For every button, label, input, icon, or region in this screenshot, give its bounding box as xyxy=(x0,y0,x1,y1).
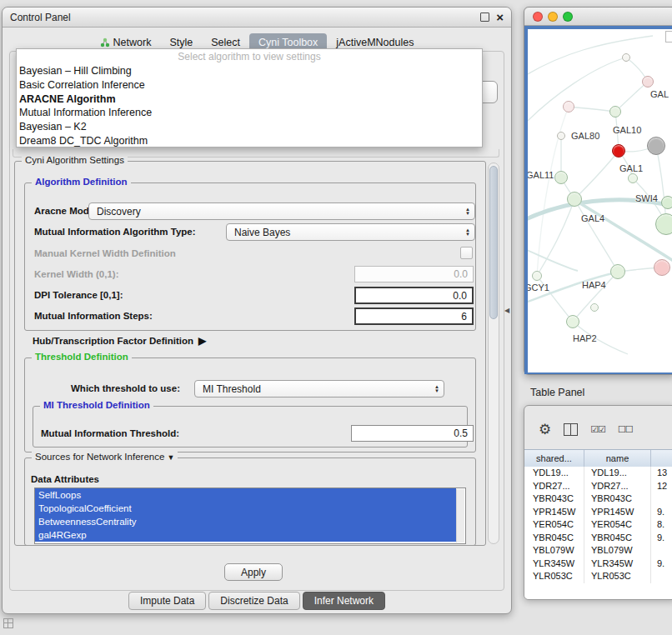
network-node[interactable] xyxy=(609,106,621,118)
table-cell: 9. xyxy=(651,532,672,545)
data-attributes-list[interactable]: SelfLoopsTopologicalCoefficientBetweenne… xyxy=(34,488,466,544)
manual-kernel-label: Manual Kernel Width Definition xyxy=(34,248,176,258)
tab-impute-data[interactable]: Impute Data xyxy=(128,592,206,610)
field-value: 0.0 xyxy=(453,290,467,302)
network-node[interactable] xyxy=(661,196,672,209)
table-row[interactable]: YBL079WYBL079W xyxy=(524,544,672,558)
scrollbar-thumb[interactable] xyxy=(489,166,498,319)
network-node-label: SWI4 xyxy=(635,193,658,203)
network-node[interactable] xyxy=(557,132,565,140)
traffic-light[interactable] xyxy=(548,12,558,22)
table-cell: YBL079W xyxy=(524,544,584,558)
resize-grip-icon[interactable] xyxy=(3,618,13,628)
network-scrollbar[interactable] xyxy=(665,31,672,42)
network-node-label: GAL1 xyxy=(619,163,643,173)
collapse-panel-icon[interactable]: ◀ xyxy=(504,307,509,314)
combo-arrows-icon: ▲▼ xyxy=(465,225,470,240)
table-row[interactable]: YBR043CYBR043C xyxy=(524,492,672,506)
table-row[interactable]: YLR053CYLR053C xyxy=(524,570,672,583)
data-attribute-item[interactable]: SelfLoops xyxy=(35,488,456,502)
network-node[interactable] xyxy=(612,144,625,158)
algorithm-option[interactable]: Dream8 DC_TDC Algorithm xyxy=(17,134,482,148)
manual-kernel-checkbox[interactable] xyxy=(460,247,473,259)
control-panel-titlebar[interactable]: Control Panel × xyxy=(3,8,511,28)
network-node[interactable] xyxy=(654,259,670,276)
algorithm-option[interactable]: Bayesian – K2 xyxy=(17,120,482,134)
network-node[interactable] xyxy=(610,264,625,279)
attribute-list-scrollbar[interactable] xyxy=(456,489,464,542)
combo-arrows-icon: ▲▼ xyxy=(434,382,439,397)
kernel-width-label: Kernel Width (0,1): xyxy=(34,269,118,279)
select-all-icon[interactable]: ☑☑ xyxy=(590,424,605,435)
table-cell: YLR053C xyxy=(584,570,651,583)
data-attribute-item[interactable]: TopologicalCoefficient xyxy=(35,502,456,515)
table-row[interactable]: YLR345WYLR345W9. xyxy=(524,558,672,571)
table-cell: YER054C xyxy=(584,518,651,532)
table-cell: YDL19... xyxy=(524,467,584,480)
network-node[interactable] xyxy=(655,213,672,235)
table-cell xyxy=(651,492,672,506)
deselect-all-icon[interactable]: ☐☐ xyxy=(618,424,633,435)
table-body: YDL19...YDL19...13YDR27...YDR27...12YBR0… xyxy=(524,467,672,599)
network-node[interactable] xyxy=(567,192,582,207)
network-node[interactable] xyxy=(642,76,654,88)
apply-button[interactable]: Apply xyxy=(224,563,283,581)
table-row[interactable]: YER054CYER054C8. xyxy=(524,518,672,532)
algorithm-option[interactable]: Mutual Information Inference xyxy=(17,106,482,120)
tab-infer-network[interactable]: Infer Network xyxy=(303,592,385,610)
network-node[interactable] xyxy=(590,303,599,312)
close-window-icon[interactable]: × xyxy=(496,11,504,23)
collapse-down-icon[interactable]: ▼ xyxy=(168,453,175,462)
network-canvas[interactable]: GALGAL80GAL10GAL11GAL1SWI4GAL4GCY1HAP4HA… xyxy=(528,29,672,372)
settings-scrollbar[interactable] xyxy=(488,162,499,544)
table-row[interactable]: YDL19...YDL19...13 xyxy=(524,467,672,480)
table-row[interactable]: YPR145WYPR145W9. xyxy=(524,506,672,519)
bottom-tab-bar: Impute Data Discretize Data Infer Networ… xyxy=(3,592,511,610)
network-node[interactable] xyxy=(554,171,568,184)
table-cell: YLR345W xyxy=(524,558,584,571)
mi-steps-field[interactable]: 6 xyxy=(354,308,474,325)
mi-threshold-field[interactable]: 0.5 xyxy=(351,425,474,442)
combo-arrows-icon: ▲▼ xyxy=(465,204,470,219)
data-attribute-item[interactable]: BetweennessCentrality xyxy=(35,515,456,528)
table-cell: 9. xyxy=(651,558,672,571)
kernel-width-field[interactable]: 0.0 xyxy=(354,266,474,282)
which-threshold-combo[interactable]: MI Threshold ▲▼ xyxy=(194,380,444,398)
column-header-name[interactable]: name xyxy=(584,450,651,467)
gear-icon[interactable]: ⚙ xyxy=(539,422,551,437)
network-node[interactable] xyxy=(563,101,574,112)
network-node[interactable] xyxy=(566,315,579,328)
show-columns-icon[interactable] xyxy=(564,423,578,436)
field-value: 6 xyxy=(461,311,467,322)
sources-collapse-header[interactable]: Sources for Network Inference ▼ xyxy=(32,452,178,462)
table-row[interactable]: YBR045CYBR045C9. xyxy=(524,532,672,545)
column-header-shared[interactable]: shared... xyxy=(524,450,584,467)
data-attribute-item[interactable]: gal4RGexp xyxy=(35,528,456,542)
network-window-titlebar[interactable] xyxy=(524,8,672,26)
algorithm-option[interactable]: Basic Correlation Inference xyxy=(17,78,482,92)
table-row[interactable]: YDR27...YDR27...12 xyxy=(524,480,672,493)
traffic-light[interactable] xyxy=(563,12,573,22)
network-node[interactable] xyxy=(647,137,665,155)
tab-label: Discretize Data xyxy=(220,595,288,607)
table-cell: YBL079W xyxy=(584,544,651,558)
float-window-icon[interactable] xyxy=(480,12,489,22)
algorithm-option[interactable]: ARACNE Algorithm xyxy=(17,92,482,107)
group-title: MI Threshold Definition xyxy=(40,400,153,410)
network-node[interactable] xyxy=(622,53,630,62)
tab-label: Infer Network xyxy=(314,595,374,607)
group-title: Threshold Definition xyxy=(32,352,132,362)
network-node[interactable] xyxy=(628,173,638,183)
aracne-mode-combo[interactable]: Discovery ▲▼ xyxy=(88,202,475,220)
group-title: Algorithm Definition xyxy=(32,177,131,187)
dpi-tolerance-field[interactable]: 0.0 xyxy=(354,287,474,304)
traffic-light[interactable] xyxy=(533,12,543,22)
hub-definition-expander[interactable]: Hub/Transcription Factor Definition▶ xyxy=(33,335,206,347)
mi-type-combo[interactable]: Naive Bayes ▲▼ xyxy=(226,223,475,241)
expand-right-icon[interactable]: ▶ xyxy=(198,335,206,347)
algorithm-option[interactable]: Bayesian – Hill Climbing xyxy=(17,64,482,78)
column-header-extra[interactable] xyxy=(651,450,672,467)
tab-discretize-data[interactable]: Discretize Data xyxy=(208,592,299,610)
network-node[interactable] xyxy=(532,271,542,281)
table-cell: YBR045C xyxy=(584,532,651,545)
